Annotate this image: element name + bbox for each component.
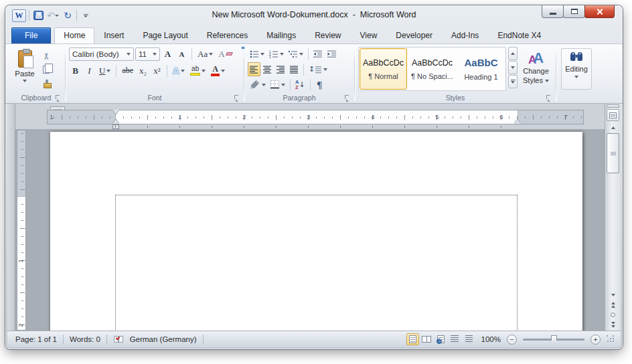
bold-button[interactable]: B	[69, 64, 82, 78]
draft-view-icon	[465, 335, 473, 343]
ruler-toggle-button[interactable]	[607, 109, 619, 121]
split-window-handle[interactable]	[607, 104, 619, 108]
copy-button[interactable]	[42, 63, 60, 76]
format-painter-button[interactable]	[42, 77, 60, 90]
decrease-indent-button[interactable]	[311, 47, 325, 61]
line-spacing-button[interactable]: ↕	[307, 62, 329, 76]
text-effects-button[interactable]: A	[171, 64, 187, 78]
double-down-icon	[611, 322, 615, 328]
undo-button[interactable]: ↶	[47, 9, 59, 22]
ribbon-tab[interactable]: Developer	[386, 27, 442, 43]
multilevel-list-button[interactable]	[287, 47, 305, 61]
scroll-down-button[interactable]	[607, 290, 619, 300]
style-gallery-more-button[interactable]	[508, 75, 518, 88]
horizontal-ruler: 11234567	[47, 110, 584, 124]
increase-indent-button[interactable]	[325, 47, 339, 61]
previous-page-button[interactable]	[607, 300, 619, 310]
styles-dialog-launcher[interactable]	[546, 95, 552, 101]
ribbon-tab[interactable]: Mailings	[257, 27, 305, 43]
underline-button[interactable]: U	[97, 64, 112, 78]
minimize-icon	[550, 13, 556, 15]
style-card[interactable]: AaBbCcDc ¶ Normal	[360, 48, 407, 90]
font-family-select[interactable]: Calibri (Body)	[69, 48, 134, 61]
borders-button[interactable]	[268, 78, 287, 92]
ribbon-tab[interactable]: EndNote X4	[488, 27, 550, 43]
scrollbar-track[interactable]	[607, 132, 619, 290]
ribbon-tab[interactable]: Page Layout	[133, 27, 197, 43]
style-scroll-down-button[interactable]	[508, 61, 518, 74]
ribbon-tab-bar: File Home Insert Page Layout References …	[5, 25, 623, 43]
grow-font-button[interactable]: A	[161, 47, 174, 61]
save-button[interactable]	[32, 9, 44, 22]
subscript-button[interactable]: x₂	[137, 64, 149, 78]
numbering-button[interactable]: 123	[267, 47, 286, 61]
page-count[interactable]: Page: 1 of 1	[15, 335, 57, 343]
proofing-status-icon[interactable]	[113, 335, 124, 344]
ribbon-tab[interactable]: Insert	[94, 27, 133, 43]
zoom-slider-handle[interactable]	[551, 335, 557, 344]
zoom-level[interactable]: 100%	[481, 335, 501, 343]
ribbon-tab[interactable]: Add-Ins	[442, 27, 488, 43]
hanging-indent-marker[interactable]	[112, 119, 119, 124]
ribbon-tab[interactable]: File	[11, 27, 51, 43]
word-count[interactable]: Words: 0	[70, 335, 100, 343]
left-frame-strip	[7, 104, 15, 331]
ribbon-tab[interactable]: View	[351, 27, 387, 43]
zoom-in-button[interactable]: +	[590, 335, 601, 345]
select-browse-object-button[interactable]	[607, 310, 619, 320]
resize-grip[interactable]	[607, 335, 615, 344]
style-gallery-scroll	[508, 47, 518, 88]
customize-qat-button[interactable]	[80, 9, 92, 22]
fullscreen-reading-view-button[interactable]	[420, 333, 433, 345]
clear-formatting-button[interactable]: A	[216, 47, 234, 61]
ruler-number: 5	[435, 113, 439, 120]
minimize-button[interactable]	[542, 5, 564, 18]
document-page[interactable]	[50, 132, 582, 331]
justify-button[interactable]	[288, 62, 301, 76]
cut-button[interactable]: ✂	[42, 49, 60, 62]
align-left-button[interactable]	[248, 62, 260, 76]
font-dialog-launcher[interactable]	[234, 95, 240, 101]
change-case-button[interactable]: Aa	[195, 47, 215, 61]
align-right-button[interactable]	[274, 62, 287, 76]
shading-button[interactable]	[248, 78, 268, 92]
print-layout-view-button[interactable]	[406, 333, 419, 345]
draft-view-button[interactable]	[463, 333, 475, 345]
scroll-up-button[interactable]	[607, 122, 619, 132]
right-indent-marker[interactable]	[514, 119, 521, 124]
language-status[interactable]: German (Germany)	[130, 335, 197, 343]
sort-button[interactable]: AZ↓	[293, 78, 307, 92]
show-hide-formatting-button[interactable]: ¶	[313, 78, 326, 92]
change-styles-button[interactable]: AA Change Styles	[520, 47, 552, 91]
zoom-out-button[interactable]: −	[507, 335, 517, 345]
shrink-font-button[interactable]: A	[175, 47, 188, 61]
style-scroll-up-button[interactable]	[508, 47, 518, 60]
style-card[interactable]: AaBbCcDc ¶ No Spaci...	[408, 48, 456, 90]
web-layout-view-button[interactable]	[434, 333, 447, 345]
style-card[interactable]: AaBbC Heading 1	[457, 48, 505, 90]
clipboard-dialog-launcher[interactable]	[56, 95, 62, 101]
paste-button[interactable]: Paste	[11, 47, 39, 91]
editing-button[interactable]: Editing	[561, 48, 592, 90]
zoom-slider-track[interactable]	[523, 339, 584, 341]
outline-view-button[interactable]	[449, 333, 461, 345]
restore-button[interactable]	[563, 5, 585, 18]
shrink-font-arrow-icon	[241, 47, 245, 50]
font-size-select[interactable]: 11	[135, 48, 160, 61]
paragraph-dialog-launcher[interactable]	[345, 95, 351, 101]
superscript-button[interactable]: x²	[151, 64, 163, 78]
bullets-button[interactable]	[248, 47, 266, 61]
scrollbar-thumb[interactable]	[607, 133, 619, 173]
first-line-indent-marker[interactable]	[112, 110, 119, 114]
next-page-button[interactable]	[607, 320, 619, 330]
ribbon-tab[interactable]: References	[198, 27, 257, 43]
italic-button[interactable]: I	[83, 64, 96, 78]
redo-button[interactable]: ↻	[62, 9, 74, 22]
font-color-button[interactable]: A	[209, 64, 227, 78]
align-center-button[interactable]	[261, 62, 274, 76]
ribbon-tab[interactable]: Home	[54, 27, 94, 44]
highlight-button[interactable]: ab	[188, 64, 208, 78]
close-button[interactable]	[584, 5, 615, 18]
strikethrough-button[interactable]: abe	[120, 64, 135, 78]
ribbon-tab[interactable]: Review	[305, 27, 350, 43]
